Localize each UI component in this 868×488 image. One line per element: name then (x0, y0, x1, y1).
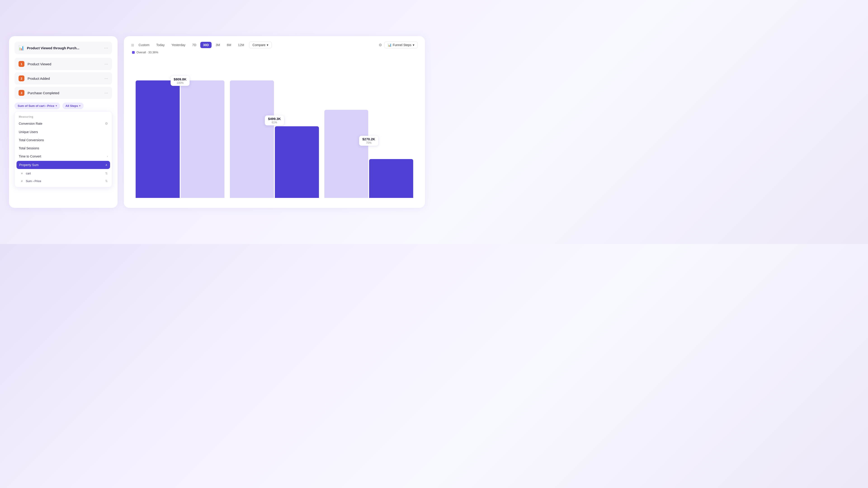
sub-item-sum-price[interactable]: # Sum › Price ⇅ (15, 177, 112, 185)
custom-button[interactable]: Custom (136, 42, 152, 48)
right-panel: ⊞ Custom Today Yesterday 7D 30D 3M 6M 12… (124, 36, 425, 208)
tooltip-pct-1: 100% (174, 81, 186, 85)
tooltip-pct-3: 70% (362, 141, 375, 144)
step-item-3: 3 Purchase Completed ⋯ (14, 87, 112, 99)
measuring-dropdown: Measuring Conversion Rate ⚙ Unique Users… (14, 111, 112, 187)
chevron-down-icon-4: ▾ (413, 43, 414, 47)
chevron-down-icon: ▾ (56, 104, 57, 107)
12m-button[interactable]: 12M (235, 42, 247, 48)
chart-toolbar: ⊞ Custom Today Yesterday 7D 30D 3M 6M 12… (131, 41, 418, 48)
updown-arrow-icon: ⇅ (105, 171, 108, 175)
bar-tooltip-3: $270.2K 70% (359, 136, 378, 146)
calendar-icon: ⊞ (131, 43, 134, 47)
property-filter-button[interactable]: Sum of Sum of cart › Price ▾ (14, 103, 60, 109)
gear-icon: ⚙ (105, 122, 108, 126)
step-badge-2: 2 (19, 75, 24, 81)
step-item-2: 2 Product Added ⋯ (14, 72, 112, 85)
bar-group-3: $270.2K 70% (324, 80, 413, 198)
funnel-title: Product Viewed through Purch... (27, 46, 101, 50)
funnel-steps-button[interactable]: 📊 Funnel Steps ▾ (384, 41, 418, 48)
30d-button[interactable]: 30D (200, 42, 212, 48)
legend-dot (132, 51, 135, 54)
tooltip-value-1: $809.8K (174, 77, 186, 81)
list-icon: ≡ (21, 172, 23, 175)
bar-main-2 (275, 126, 319, 198)
bar-ghost-2 (230, 80, 274, 198)
measuring-label: Measuring (15, 114, 112, 119)
filter-row: Sum of Sum of cart › Price ▾ All Steps ▾ (14, 103, 112, 109)
yesterday-button[interactable]: Yesterday (169, 42, 188, 48)
tooltip-pct-2: 61% (268, 121, 281, 124)
step-dots-3[interactable]: ⋯ (104, 91, 108, 95)
chevron-down-icon-3: ▾ (267, 43, 268, 47)
bar-group-2: $499.3K 61% (230, 80, 319, 198)
legend-label: Overall · 33.36% (136, 51, 158, 54)
step-badge-3: 3 (19, 90, 24, 96)
left-panel: 📊 Product Viewed through Purch... ⋯ 1 Pr… (9, 36, 118, 208)
bar-tooltip-1: $809.8K 100% (170, 76, 190, 86)
menu-item-total-sessions[interactable]: Total Sessions (15, 144, 112, 152)
menu-item-unique-users[interactable]: Unique Users (15, 128, 112, 136)
bar-tooltip-2: $499.3K 61% (265, 116, 284, 125)
legend-row: Overall · 33.36% (131, 51, 418, 54)
steps-filter-button[interactable]: All Steps ▾ (62, 103, 84, 109)
menu-item-conversion-rate[interactable]: Conversion Rate ⚙ (15, 119, 112, 128)
bar-group-1: $809.8K 100% (135, 80, 224, 198)
bar-ghost-1 (181, 80, 225, 198)
settings-button[interactable]: ⚙ (379, 43, 382, 47)
step-badge-1: 1 (19, 61, 24, 67)
menu-item-total-conversions[interactable]: Total Conversions (15, 136, 112, 144)
funnel-header: 📊 Product Viewed through Purch... ⋯ (14, 41, 112, 54)
chevron-right-icon: › (107, 155, 108, 158)
6m-button[interactable]: 6M (224, 42, 234, 48)
menu-item-property-sum[interactable]: Property Sum ∧ (17, 161, 110, 169)
tooltip-value-2: $499.3K (268, 117, 281, 121)
step-label-1: Product Viewed (28, 62, 101, 66)
chart-area: $809.8K 100% $499.3K 61% $270.2K 70% (131, 59, 418, 202)
step-dots-1[interactable]: ⋯ (104, 62, 108, 66)
bar-main-3 (369, 159, 413, 198)
bar-wrapper-2 (230, 80, 319, 198)
sub-item-cart[interactable]: ≡ cart ⇅ (15, 169, 112, 177)
tooltip-value-3: $270.2K (362, 137, 375, 141)
step-label-3: Purchase Completed (28, 91, 101, 95)
today-button[interactable]: Today (153, 42, 167, 48)
chevron-up-icon: ∧ (105, 163, 107, 166)
updown-arrow-icon-2: ⇅ (105, 179, 108, 183)
bar-ghost-3 (324, 110, 368, 198)
step-label-2: Product Added (28, 76, 101, 80)
bar-wrapper-1 (135, 80, 224, 198)
bar-main-1 (135, 80, 180, 198)
toolbar-right: ⚙ 📊 Funnel Steps ▾ (379, 41, 418, 48)
compare-button[interactable]: Compare ▾ (249, 41, 272, 48)
hash-icon: # (21, 180, 23, 183)
step-item-1: 1 Product Viewed ⋯ (14, 58, 112, 70)
7d-button[interactable]: 7D (189, 42, 199, 48)
bar-chart-icon: 📊 (388, 43, 392, 47)
3m-button[interactable]: 3M (213, 42, 223, 48)
funnel-icon: 📊 (19, 45, 24, 51)
chevron-down-icon-2: ▾ (79, 104, 81, 107)
funnel-dots-button[interactable]: ⋯ (104, 45, 108, 51)
menu-item-time-to-convert[interactable]: Time to Convert › (15, 152, 112, 160)
step-dots-2[interactable]: ⋯ (104, 76, 108, 80)
